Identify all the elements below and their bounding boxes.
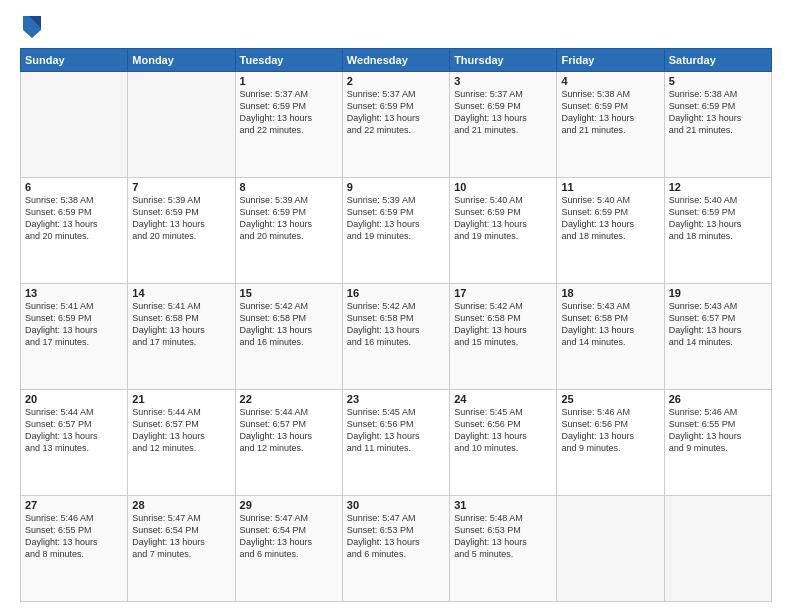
day-of-week-header: Monday — [128, 49, 235, 72]
day-info: Sunrise: 5:37 AM Sunset: 6:59 PM Dayligh… — [240, 88, 338, 137]
calendar-cell: 28Sunrise: 5:47 AM Sunset: 6:54 PM Dayli… — [128, 496, 235, 602]
day-number: 28 — [132, 499, 230, 511]
calendar-cell: 3Sunrise: 5:37 AM Sunset: 6:59 PM Daylig… — [450, 72, 557, 178]
calendar-week-row: 6Sunrise: 5:38 AM Sunset: 6:59 PM Daylig… — [21, 178, 772, 284]
day-info: Sunrise: 5:46 AM Sunset: 6:55 PM Dayligh… — [25, 512, 123, 561]
logo — [20, 18, 41, 40]
day-info: Sunrise: 5:47 AM Sunset: 6:53 PM Dayligh… — [347, 512, 445, 561]
calendar-cell: 20Sunrise: 5:44 AM Sunset: 6:57 PM Dayli… — [21, 390, 128, 496]
day-number: 8 — [240, 181, 338, 193]
day-of-week-header: Saturday — [664, 49, 771, 72]
calendar-cell: 4Sunrise: 5:38 AM Sunset: 6:59 PM Daylig… — [557, 72, 664, 178]
day-number: 2 — [347, 75, 445, 87]
calendar-cell: 7Sunrise: 5:39 AM Sunset: 6:59 PM Daylig… — [128, 178, 235, 284]
calendar-table: SundayMondayTuesdayWednesdayThursdayFrid… — [20, 48, 772, 602]
calendar-cell: 15Sunrise: 5:42 AM Sunset: 6:58 PM Dayli… — [235, 284, 342, 390]
calendar-week-row: 27Sunrise: 5:46 AM Sunset: 6:55 PM Dayli… — [21, 496, 772, 602]
calendar-cell: 24Sunrise: 5:45 AM Sunset: 6:56 PM Dayli… — [450, 390, 557, 496]
day-info: Sunrise: 5:44 AM Sunset: 6:57 PM Dayligh… — [132, 406, 230, 455]
day-info: Sunrise: 5:41 AM Sunset: 6:58 PM Dayligh… — [132, 300, 230, 349]
header — [20, 18, 772, 40]
day-number: 9 — [347, 181, 445, 193]
calendar-cell: 8Sunrise: 5:39 AM Sunset: 6:59 PM Daylig… — [235, 178, 342, 284]
calendar-cell: 6Sunrise: 5:38 AM Sunset: 6:59 PM Daylig… — [21, 178, 128, 284]
calendar-cell: 10Sunrise: 5:40 AM Sunset: 6:59 PM Dayli… — [450, 178, 557, 284]
day-info: Sunrise: 5:48 AM Sunset: 6:53 PM Dayligh… — [454, 512, 552, 561]
calendar-cell: 17Sunrise: 5:42 AM Sunset: 6:58 PM Dayli… — [450, 284, 557, 390]
day-info: Sunrise: 5:45 AM Sunset: 6:56 PM Dayligh… — [347, 406, 445, 455]
calendar-cell — [128, 72, 235, 178]
calendar-cell: 13Sunrise: 5:41 AM Sunset: 6:59 PM Dayli… — [21, 284, 128, 390]
day-info: Sunrise: 5:39 AM Sunset: 6:59 PM Dayligh… — [347, 194, 445, 243]
day-info: Sunrise: 5:39 AM Sunset: 6:59 PM Dayligh… — [240, 194, 338, 243]
calendar-cell: 12Sunrise: 5:40 AM Sunset: 6:59 PM Dayli… — [664, 178, 771, 284]
day-number: 20 — [25, 393, 123, 405]
day-info: Sunrise: 5:41 AM Sunset: 6:59 PM Dayligh… — [25, 300, 123, 349]
day-number: 30 — [347, 499, 445, 511]
day-info: Sunrise: 5:44 AM Sunset: 6:57 PM Dayligh… — [240, 406, 338, 455]
day-number: 29 — [240, 499, 338, 511]
day-number: 3 — [454, 75, 552, 87]
calendar-cell: 11Sunrise: 5:40 AM Sunset: 6:59 PM Dayli… — [557, 178, 664, 284]
day-number: 23 — [347, 393, 445, 405]
day-number: 24 — [454, 393, 552, 405]
calendar-cell: 25Sunrise: 5:46 AM Sunset: 6:56 PM Dayli… — [557, 390, 664, 496]
day-info: Sunrise: 5:44 AM Sunset: 6:57 PM Dayligh… — [25, 406, 123, 455]
day-number: 31 — [454, 499, 552, 511]
day-info: Sunrise: 5:38 AM Sunset: 6:59 PM Dayligh… — [25, 194, 123, 243]
day-number: 10 — [454, 181, 552, 193]
day-info: Sunrise: 5:39 AM Sunset: 6:59 PM Dayligh… — [132, 194, 230, 243]
day-info: Sunrise: 5:47 AM Sunset: 6:54 PM Dayligh… — [132, 512, 230, 561]
day-info: Sunrise: 5:37 AM Sunset: 6:59 PM Dayligh… — [347, 88, 445, 137]
calendar-cell: 23Sunrise: 5:45 AM Sunset: 6:56 PM Dayli… — [342, 390, 449, 496]
calendar-cell: 16Sunrise: 5:42 AM Sunset: 6:58 PM Dayli… — [342, 284, 449, 390]
calendar-cell: 9Sunrise: 5:39 AM Sunset: 6:59 PM Daylig… — [342, 178, 449, 284]
day-info: Sunrise: 5:46 AM Sunset: 6:56 PM Dayligh… — [561, 406, 659, 455]
calendar-week-row: 20Sunrise: 5:44 AM Sunset: 6:57 PM Dayli… — [21, 390, 772, 496]
calendar-cell — [664, 496, 771, 602]
day-number: 19 — [669, 287, 767, 299]
day-info: Sunrise: 5:38 AM Sunset: 6:59 PM Dayligh… — [561, 88, 659, 137]
day-number: 7 — [132, 181, 230, 193]
calendar-cell: 29Sunrise: 5:47 AM Sunset: 6:54 PM Dayli… — [235, 496, 342, 602]
day-info: Sunrise: 5:43 AM Sunset: 6:58 PM Dayligh… — [561, 300, 659, 349]
calendar-week-row: 13Sunrise: 5:41 AM Sunset: 6:59 PM Dayli… — [21, 284, 772, 390]
day-number: 1 — [240, 75, 338, 87]
calendar-cell: 14Sunrise: 5:41 AM Sunset: 6:58 PM Dayli… — [128, 284, 235, 390]
day-number: 12 — [669, 181, 767, 193]
calendar-cell: 26Sunrise: 5:46 AM Sunset: 6:55 PM Dayli… — [664, 390, 771, 496]
day-number: 26 — [669, 393, 767, 405]
day-info: Sunrise: 5:46 AM Sunset: 6:55 PM Dayligh… — [669, 406, 767, 455]
calendar-cell — [21, 72, 128, 178]
day-number: 21 — [132, 393, 230, 405]
day-info: Sunrise: 5:38 AM Sunset: 6:59 PM Dayligh… — [669, 88, 767, 137]
calendar-cell: 21Sunrise: 5:44 AM Sunset: 6:57 PM Dayli… — [128, 390, 235, 496]
day-info: Sunrise: 5:42 AM Sunset: 6:58 PM Dayligh… — [347, 300, 445, 349]
day-info: Sunrise: 5:42 AM Sunset: 6:58 PM Dayligh… — [240, 300, 338, 349]
day-number: 18 — [561, 287, 659, 299]
day-of-week-header: Friday — [557, 49, 664, 72]
day-number: 13 — [25, 287, 123, 299]
day-number: 27 — [25, 499, 123, 511]
day-number: 6 — [25, 181, 123, 193]
day-info: Sunrise: 5:40 AM Sunset: 6:59 PM Dayligh… — [561, 194, 659, 243]
day-of-week-header: Wednesday — [342, 49, 449, 72]
calendar-cell: 2Sunrise: 5:37 AM Sunset: 6:59 PM Daylig… — [342, 72, 449, 178]
day-info: Sunrise: 5:40 AM Sunset: 6:59 PM Dayligh… — [454, 194, 552, 243]
calendar-cell: 19Sunrise: 5:43 AM Sunset: 6:57 PM Dayli… — [664, 284, 771, 390]
day-number: 25 — [561, 393, 659, 405]
calendar-cell: 27Sunrise: 5:46 AM Sunset: 6:55 PM Dayli… — [21, 496, 128, 602]
day-info: Sunrise: 5:47 AM Sunset: 6:54 PM Dayligh… — [240, 512, 338, 561]
calendar-cell: 5Sunrise: 5:38 AM Sunset: 6:59 PM Daylig… — [664, 72, 771, 178]
day-number: 17 — [454, 287, 552, 299]
day-info: Sunrise: 5:37 AM Sunset: 6:59 PM Dayligh… — [454, 88, 552, 137]
calendar-cell — [557, 496, 664, 602]
day-number: 5 — [669, 75, 767, 87]
day-number: 22 — [240, 393, 338, 405]
logo-icon — [23, 16, 41, 38]
day-number: 15 — [240, 287, 338, 299]
day-of-week-header: Thursday — [450, 49, 557, 72]
calendar-cell: 22Sunrise: 5:44 AM Sunset: 6:57 PM Dayli… — [235, 390, 342, 496]
calendar-cell: 30Sunrise: 5:47 AM Sunset: 6:53 PM Dayli… — [342, 496, 449, 602]
day-info: Sunrise: 5:43 AM Sunset: 6:57 PM Dayligh… — [669, 300, 767, 349]
